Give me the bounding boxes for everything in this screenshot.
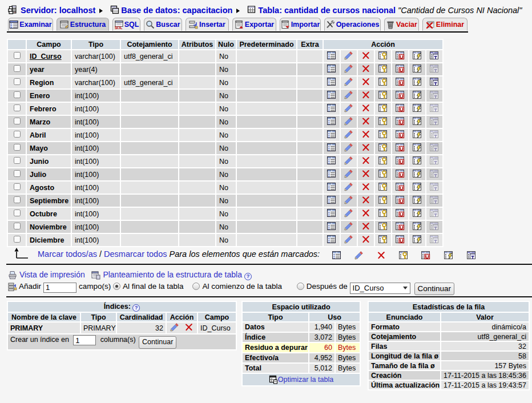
svg-text:SQL: SQL	[115, 26, 122, 30]
